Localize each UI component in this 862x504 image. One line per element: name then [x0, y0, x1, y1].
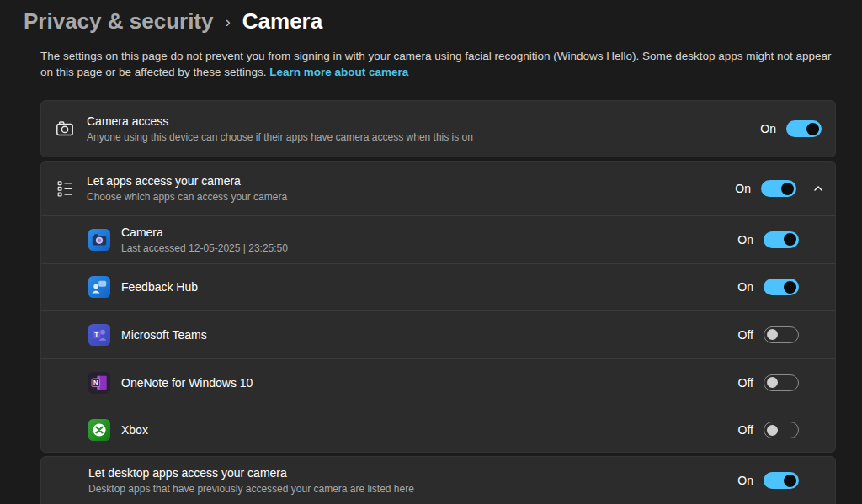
settings-page: Privacy & security › Camera The settings… — [0, 0, 862, 504]
let-apps-subtitle: Choose which apps can access your camera — [87, 190, 735, 204]
toggle-knob — [767, 377, 778, 388]
feedback-hub-toggle[interactable] — [764, 279, 799, 295]
app-row-microsoft-teams: T Microsoft Teams Off — [41, 310, 835, 358]
app-state-label: On — [737, 280, 753, 294]
camera-access-toggle[interactable] — [786, 120, 822, 137]
let-desktop-toggle[interactable] — [764, 472, 799, 489]
camera-access-subtitle: Anyone using this device can choose if t… — [87, 130, 760, 144]
svg-text:N: N — [93, 379, 98, 386]
let-desktop-title: Let desktop apps access your camera — [88, 465, 737, 480]
app-state-label: Off — [738, 328, 753, 342]
camera-access-title: Camera access — [87, 114, 760, 129]
camera-app-toggle[interactable] — [764, 231, 799, 248]
camera-access-state-label: On — [760, 122, 776, 135]
app-name: Feedback Hub — [121, 279, 737, 294]
app-state-label: On — [737, 233, 753, 247]
onenote-app-icon: N — [88, 372, 110, 394]
xbox-toggle[interactable] — [764, 422, 799, 438]
camera-access-card: Camera access Anyone using this device c… — [40, 100, 836, 157]
breadcrumb-privacy-security[interactable]: Privacy & security — [24, 8, 213, 34]
let-desktop-state-label: On — [737, 474, 753, 487]
page-description: The settings on this page do not prevent… — [40, 48, 837, 80]
apps-list-icon — [55, 179, 75, 198]
toggle-knob — [784, 475, 796, 487]
app-state-label: Off — [738, 423, 753, 437]
camera-outline-icon — [55, 119, 75, 138]
toggle-knob — [767, 425, 778, 436]
let-apps-title: Let apps access your camera — [87, 173, 735, 188]
app-last-accessed: Last accessed 12-05-2025 | 23:25:50 — [121, 241, 737, 255]
breadcrumb: Privacy & security › Camera — [0, 4, 862, 38]
app-name: OneNote for Windows 10 — [121, 375, 738, 390]
camera-app-icon — [88, 229, 110, 251]
app-row-onenote: N OneNote for Windows 10 Off — [41, 358, 835, 406]
let-apps-toggle[interactable] — [761, 180, 796, 197]
toggle-knob — [767, 329, 778, 340]
collapse-expander-button[interactable] — [808, 178, 828, 199]
let-apps-access-card: Let apps access your camera Choose which… — [40, 161, 836, 453]
app-state-label: Off — [738, 376, 753, 390]
app-row-camera: Camera Last accessed 12-05-2025 | 23:25:… — [41, 215, 835, 263]
app-row-feedback-hub: Feedback Hub On — [41, 263, 835, 311]
toggle-knob — [784, 233, 796, 246]
app-row-xbox: Xbox Off — [41, 406, 835, 453]
svg-text:T: T — [94, 331, 98, 338]
let-apps-state-label: On — [735, 182, 751, 195]
microsoft-teams-app-icon: T — [88, 324, 110, 346]
toggle-knob — [781, 183, 794, 195]
let-desktop-apps-card: Let desktop apps access your camera Desk… — [40, 456, 836, 504]
let-desktop-subtitle: Desktop apps that have previously access… — [88, 482, 737, 496]
microsoft-teams-toggle[interactable] — [764, 326, 799, 343]
onenote-toggle[interactable] — [764, 374, 799, 391]
let-desktop-apps-row: Let desktop apps access your camera Desk… — [41, 457, 835, 504]
page-title: Camera — [242, 8, 322, 34]
app-name: Camera — [121, 225, 737, 240]
app-name: Xbox — [121, 422, 738, 438]
let-apps-access-header-row[interactable]: Let apps access your camera Choose which… — [41, 162, 835, 215]
learn-more-link[interactable]: Learn more about camera — [269, 66, 408, 78]
xbox-app-icon — [88, 419, 110, 441]
feedback-hub-app-icon — [88, 276, 110, 298]
breadcrumb-chevron-icon: › — [225, 11, 230, 31]
chevron-up-icon — [811, 182, 825, 195]
toggle-knob — [806, 123, 819, 135]
toggle-knob — [784, 281, 796, 294]
description-text: The settings on this page do not prevent… — [40, 50, 832, 78]
app-name: Microsoft Teams — [121, 327, 738, 342]
